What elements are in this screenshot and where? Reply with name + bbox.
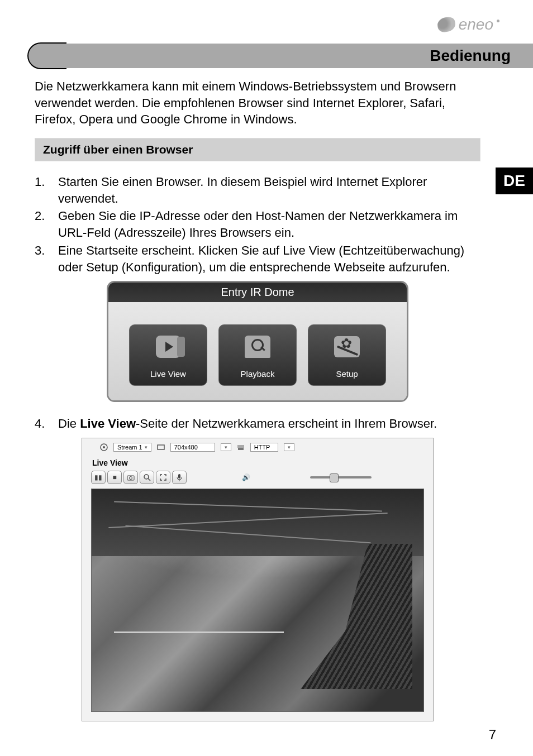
fullscreen-button[interactable] [156, 471, 170, 484]
brand-dot-icon [497, 20, 499, 22]
chevron-down-icon: ▾ [288, 444, 291, 450]
step-1-text: Starten Sie einen Browser. In diesem Bei… [58, 174, 480, 207]
snapshot-button[interactable] [123, 471, 138, 484]
step-4-post: -Seite der Netzwerkkamera erscheint in I… [136, 417, 437, 430]
camera-icon [127, 474, 135, 481]
resolution-select-value: 704x480 [174, 444, 198, 451]
playback-icon [243, 335, 272, 358]
chevron-down-icon: ▾ [225, 444, 227, 450]
step-3-text: Eine Startseite erscheint. Klicken Sie a… [58, 242, 480, 275]
stop-button[interactable]: ■ [107, 471, 122, 484]
svg-point-1 [103, 446, 105, 448]
brand-logo: eneo [437, 16, 499, 34]
page-number: 7 [489, 727, 496, 743]
figure1-tiles: Live View Playback Setup [108, 302, 407, 400]
stream-icon [100, 443, 108, 451]
tile-live-view-label: Live View [150, 369, 186, 379]
live-view-controls: ▮▮ ■ 🔊 [83, 468, 432, 489]
svg-point-6 [130, 476, 132, 479]
brand-name: eneo [459, 16, 493, 34]
svg-rect-2 [158, 445, 164, 449]
mic-button[interactable] [172, 471, 187, 484]
volume-slider[interactable] [310, 476, 372, 479]
figure-start-page: Entry IR Dome Live View Playback Setup [107, 281, 408, 402]
step-1-number: 1. [35, 174, 58, 207]
resolution-dropdown-arrow[interactable]: ▾ [221, 443, 231, 451]
page-content: Die Netzwerkkamera kann mit einem Window… [35, 78, 480, 721]
live-view-caption: Live View [83, 455, 432, 468]
step-2-number: 2. [35, 208, 58, 241]
step-4: 4. Die Live View-Seite der Netzwerkkamer… [35, 415, 480, 432]
step-4-pre: Die [58, 417, 80, 430]
zoom-button[interactable] [140, 471, 154, 484]
tile-playback[interactable]: Playback [218, 324, 297, 386]
stream-select[interactable]: Stream 1 ▾ [113, 443, 151, 452]
speaker-icon: 🔊 [242, 473, 250, 481]
figure1-title: Entry IR Dome [108, 283, 407, 302]
intro-paragraph: Die Netzwerkkamera kann mit einem Window… [35, 78, 480, 128]
tile-live-view[interactable]: Live View [129, 324, 207, 386]
svg-point-7 [144, 475, 149, 479]
protocol-select-value: HTTP [254, 444, 270, 451]
svg-rect-4 [237, 445, 244, 448]
step-4-number: 4. [35, 415, 58, 432]
protocol-dropdown-arrow[interactable]: ▾ [284, 443, 294, 451]
tile-setup-label: Setup [336, 369, 358, 379]
tile-playback-label: Playback [241, 369, 275, 379]
figure-live-view: Stream 1 ▾ 704x480 ▾ HTTP ▾ Live View [82, 438, 434, 721]
resolution-icon [157, 443, 165, 451]
magnifier-icon [143, 473, 151, 481]
setup-icon [332, 335, 361, 358]
tile-setup[interactable]: Setup [308, 324, 386, 386]
step-4-text: Die Live View-Seite der Netzwerkkamera e… [58, 415, 480, 432]
subsection-header: Zugriff über einen Browser [35, 138, 480, 161]
protocol-select[interactable]: HTTP [250, 443, 278, 452]
live-view-toolbar: Stream 1 ▾ 704x480 ▾ HTTP ▾ [83, 439, 432, 455]
step-3-number: 3. [35, 242, 58, 275]
steps-list-continued: 4. Die Live View-Seite der Netzwerkkamer… [35, 415, 480, 432]
mic-icon [176, 473, 183, 481]
chevron-down-icon: ▾ [145, 444, 147, 450]
svg-rect-9 [178, 474, 180, 479]
step-2: 2. Geben Sie die IP-Adresse oder den Hos… [35, 208, 480, 241]
step-4-bold: Live View [80, 417, 136, 430]
stream-select-value: Stream 1 [117, 444, 142, 451]
pause-button[interactable]: ▮▮ [91, 471, 106, 484]
step-2-text: Geben Sie die IP-Adresse oder den Host-N… [58, 208, 480, 241]
section-header-bar: Bedienung [28, 44, 533, 68]
protocol-icon [237, 443, 245, 451]
header-tab-shape [27, 42, 66, 69]
fullscreen-icon [159, 473, 167, 481]
brand-swirl-icon [436, 16, 456, 33]
live-view-video [91, 489, 424, 712]
live-view-icon [154, 335, 183, 358]
language-tab: DE [496, 168, 533, 194]
steps-list: 1. Starten Sie einen Browser. In diesem … [35, 174, 480, 275]
step-1: 1. Starten Sie einen Browser. In diesem … [35, 174, 480, 207]
section-title: Bedienung [430, 47, 511, 65]
resolution-select[interactable]: 704x480 [170, 443, 215, 452]
svg-line-8 [148, 479, 150, 481]
step-3: 3. Eine Startseite erscheint. Klicken Si… [35, 242, 480, 275]
